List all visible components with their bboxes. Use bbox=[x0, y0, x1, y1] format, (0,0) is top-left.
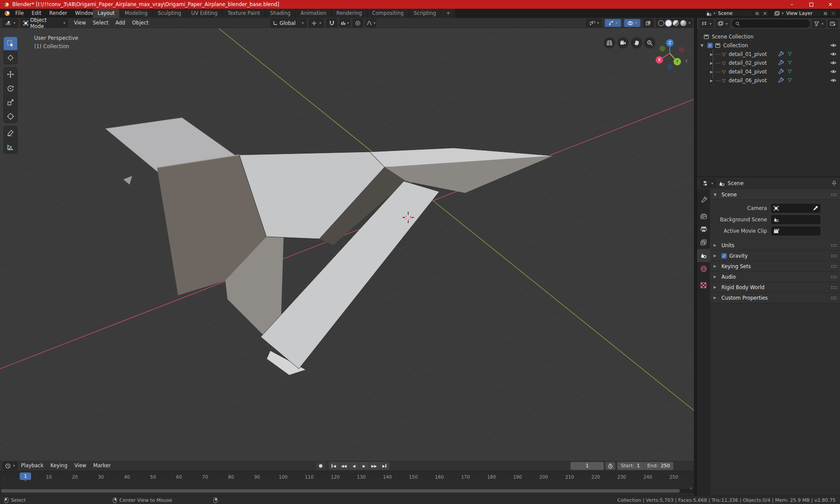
new-view-layer-button[interactable]: ⧉ bbox=[821, 10, 829, 17]
panel-drag-dots[interactable] bbox=[831, 244, 837, 247]
eye-icon[interactable] bbox=[830, 77, 836, 83]
outliner-search[interactable] bbox=[732, 20, 810, 28]
timeline-menu-item[interactable]: Playback bbox=[18, 462, 47, 470]
eye-icon[interactable] bbox=[830, 69, 836, 74]
timeline-menu-item[interactable]: View bbox=[71, 462, 90, 470]
eye-icon[interactable] bbox=[830, 42, 836, 48]
outliner-row-object[interactable]: ▶ ▽ detail_01_pivot ▽ bbox=[697, 50, 840, 59]
disclosure-triangle-icon[interactable]: ▶ bbox=[710, 61, 715, 65]
next-keyframe-button[interactable]: ▶▶ bbox=[369, 462, 379, 470]
blender-menu-logo-icon[interactable] bbox=[3, 10, 10, 17]
outliner-row-object[interactable]: ▶ ▽ detail_06_pivot ▽ bbox=[697, 76, 840, 85]
delete-scene-button[interactable]: × bbox=[761, 10, 769, 17]
modifier-wrench-icon[interactable] bbox=[778, 51, 784, 57]
modifier-wrench-icon[interactable] bbox=[778, 60, 784, 66]
workspace-tab[interactable]: Sculpting bbox=[153, 9, 186, 18]
current-frame-field[interactable]: 1 bbox=[570, 462, 604, 470]
mode-dropdown[interactable]: Object Mode ▾ bbox=[21, 19, 68, 27]
view-layer-name[interactable]: View Layer bbox=[784, 10, 821, 16]
timeline-ruler[interactable]: 1 10203040506070809010011012013014015016… bbox=[0, 471, 694, 481]
collapsed-panel-header[interactable]: ▶ Audio bbox=[710, 272, 840, 282]
outliner-row-object[interactable]: ▶ ▽ detail_04_pivot ▽ bbox=[697, 67, 840, 76]
tab-view-layer[interactable] bbox=[697, 236, 710, 249]
new-scene-button[interactable]: ⧉ bbox=[753, 10, 761, 17]
record-button[interactable] bbox=[316, 462, 326, 470]
panel-drag-dots[interactable] bbox=[831, 254, 837, 257]
mesh-data-icon[interactable]: ▽ bbox=[788, 51, 791, 56]
pivot-point-dropdown[interactable]: ▾ bbox=[309, 19, 324, 27]
eyedropper-icon[interactable] bbox=[813, 206, 818, 211]
tab-tool[interactable] bbox=[697, 193, 710, 206]
collection-checkbox[interactable]: ✓ bbox=[707, 43, 713, 48]
current-frame-indicator[interactable]: 1 bbox=[20, 472, 31, 480]
timeline-collapse-arrow[interactable]: ‹ bbox=[690, 485, 692, 491]
workspace-tab[interactable]: + bbox=[441, 9, 455, 18]
modifier-wrench-icon[interactable] bbox=[778, 77, 784, 83]
viewport-menu-item[interactable]: Select bbox=[89, 18, 112, 28]
jump-to-start-button[interactable]: ◀ bbox=[329, 462, 339, 470]
background-scene-field[interactable] bbox=[771, 215, 820, 224]
frame-start-field[interactable]: Start:1 bbox=[617, 462, 644, 470]
tool-cursor[interactable] bbox=[4, 51, 18, 64]
timeline-menu-item[interactable]: Marker bbox=[90, 462, 114, 470]
workspace-tab[interactable]: Texture Paint bbox=[223, 9, 265, 18]
overlays-toggle[interactable]: ▾ bbox=[624, 19, 640, 27]
tool-annotate[interactable] bbox=[4, 126, 18, 140]
snap-toggle[interactable] bbox=[326, 19, 337, 27]
close-button[interactable]: × bbox=[821, 0, 840, 9]
outliner-row-object[interactable]: ▶ ▽ detail_02_pivot ▽ bbox=[697, 59, 840, 67]
proportional-editing-toggle[interactable] bbox=[353, 19, 363, 27]
tab-scene[interactable] bbox=[697, 249, 710, 262]
play-button[interactable]: ▶ bbox=[359, 462, 369, 470]
scene-name[interactable]: Scene bbox=[715, 10, 753, 16]
collapsed-panel-header[interactable]: ▶ ✓ Gravity bbox=[710, 251, 840, 261]
editor-type-button[interactable]: ▾ bbox=[3, 19, 18, 27]
mesh-data-icon[interactable]: ▽ bbox=[788, 60, 791, 65]
workspace-tab[interactable]: Scripting bbox=[409, 9, 441, 18]
tool-measure[interactable] bbox=[4, 140, 18, 154]
viewport-3d[interactable]: User Perspective (1) Collection bbox=[0, 28, 694, 461]
restore-button[interactable] bbox=[802, 0, 821, 9]
menu-item[interactable]: File bbox=[11, 9, 28, 18]
navigation-gizmo[interactable]: Z X Y bbox=[651, 33, 689, 71]
delete-view-layer-button[interactable]: × bbox=[829, 10, 837, 17]
disclosure-triangle-icon[interactable]: ▶ bbox=[710, 79, 715, 83]
panel-drag-dots[interactable] bbox=[831, 286, 837, 289]
camera-field[interactable] bbox=[771, 204, 820, 213]
tab-texture[interactable] bbox=[697, 279, 710, 292]
workspace-tab[interactable]: Compositing bbox=[367, 9, 408, 18]
use-preview-range-button[interactable] bbox=[606, 462, 616, 470]
tab-world[interactable] bbox=[697, 262, 710, 275]
outliner-row-scene-collection[interactable]: Scene Collection bbox=[697, 32, 840, 41]
panel-checkbox[interactable]: ✓ bbox=[721, 253, 727, 259]
outliner-display-mode-button[interactable]: ▾ bbox=[700, 20, 714, 28]
transform-orientation-dropdown[interactable]: Global ▾ bbox=[270, 19, 306, 27]
outliner-filter-button[interactable]: ▾ bbox=[812, 20, 826, 28]
tool-move[interactable] bbox=[4, 67, 18, 81]
collapsed-panel-header[interactable]: ▶ Rigid Body World bbox=[710, 282, 840, 293]
previous-keyframe-button[interactable]: ◀◀ bbox=[339, 462, 349, 470]
workspace-tab[interactable]: UV Editing bbox=[186, 9, 222, 18]
perspective-toggle-button[interactable] bbox=[604, 37, 615, 49]
camera-view-button[interactable] bbox=[617, 37, 629, 49]
visibility-dropdown[interactable]: ▾ bbox=[586, 19, 602, 27]
tab-render[interactable] bbox=[697, 210, 710, 223]
panel-drag-dots[interactable] bbox=[831, 265, 837, 268]
viewport-menu-item[interactable]: View bbox=[70, 18, 89, 28]
xray-toggle[interactable] bbox=[643, 19, 654, 27]
workspace-tab[interactable]: Shading bbox=[265, 9, 295, 18]
properties-editor-type-button[interactable]: ▾ bbox=[700, 179, 716, 188]
viewport-menu-item[interactable]: Add bbox=[112, 18, 129, 28]
panel-drag-dots[interactable] bbox=[831, 296, 837, 299]
tool-rotate[interactable] bbox=[4, 81, 18, 95]
timeline-track[interactable]: ‹ bbox=[0, 481, 694, 496]
mesh-data-icon[interactable]: ▽ bbox=[788, 77, 791, 83]
disclosure-triangle-icon[interactable]: ▶ bbox=[710, 70, 715, 74]
scrollbar-handle[interactable] bbox=[1, 489, 680, 493]
timeline-scrollbar[interactable] bbox=[0, 489, 694, 493]
collapsed-panel-header[interactable]: ▶ Keying Sets bbox=[710, 261, 840, 272]
timeline-editor-type-button[interactable]: ▾ bbox=[3, 462, 18, 470]
panel-drag-dots[interactable] bbox=[831, 275, 837, 278]
eye-icon[interactable] bbox=[830, 51, 836, 57]
workspace-tab[interactable]: Layout bbox=[93, 9, 119, 18]
